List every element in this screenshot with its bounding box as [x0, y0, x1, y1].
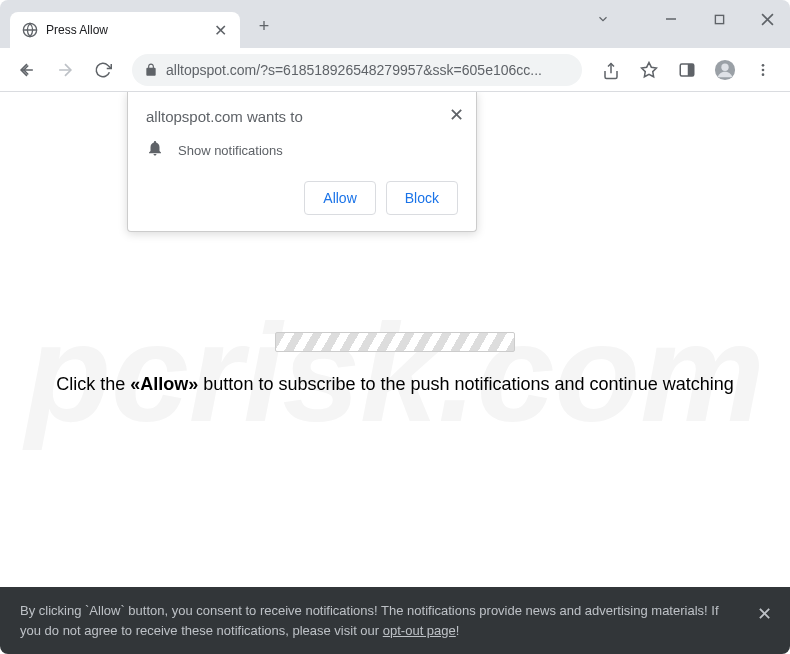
block-button[interactable]: Block [386, 181, 458, 215]
consent-text-b: ! [456, 623, 460, 638]
popup-permission-text: Show notifications [178, 143, 283, 158]
notification-permission-popup: ✕ alltopspot.com wants to Show notificat… [127, 92, 477, 232]
svg-point-16 [762, 64, 765, 67]
url-text: alltopspot.com/?s=618518926548279957&ssk… [166, 62, 570, 78]
close-button[interactable] [752, 4, 782, 34]
svg-rect-3 [715, 15, 723, 23]
consent-close-icon[interactable]: ✕ [757, 601, 772, 628]
popup-title: alltopspot.com wants to [146, 108, 458, 125]
profile-icon[interactable] [708, 53, 742, 87]
svg-point-15 [721, 63, 728, 70]
reload-button[interactable] [86, 53, 120, 87]
svg-marker-10 [642, 62, 657, 76]
text-bold: «Allow» [130, 374, 198, 394]
loading-bar [275, 332, 515, 352]
address-bar[interactable]: alltopspot.com/?s=618518926548279957&ssk… [132, 54, 582, 86]
titlebar: Press Allow ✕ + [0, 0, 790, 48]
popup-close-icon[interactable]: ✕ [449, 104, 464, 126]
globe-icon [22, 22, 38, 38]
minimize-button[interactable] [656, 4, 686, 34]
svg-point-17 [762, 68, 765, 71]
maximize-button[interactable] [704, 4, 734, 34]
back-button[interactable] [10, 53, 44, 87]
allow-button[interactable]: Allow [304, 181, 375, 215]
instruction-text: Click the «Allow» button to subscribe to… [0, 372, 790, 397]
window-controls [588, 0, 782, 38]
page-content: pcrisk.com ✕ alltopspot.com wants to Sho… [0, 92, 790, 654]
tab-title: Press Allow [46, 23, 204, 37]
chevron-down-icon[interactable] [588, 4, 618, 34]
new-tab-button[interactable]: + [250, 12, 278, 40]
consent-bar: ✕ By clicking `Allow` button, you consen… [0, 587, 790, 654]
svg-rect-13 [689, 64, 694, 76]
popup-buttons: Allow Block [146, 181, 458, 215]
side-panel-icon[interactable] [670, 53, 704, 87]
svg-point-18 [762, 73, 765, 76]
toolbar: alltopspot.com/?s=618518926548279957&ssk… [0, 48, 790, 92]
browser-tab[interactable]: Press Allow ✕ [10, 12, 240, 48]
opt-out-link[interactable]: opt-out page [383, 623, 456, 638]
bell-icon [146, 139, 164, 161]
tab-close-icon[interactable]: ✕ [212, 22, 228, 38]
text-post: button to subscribe to the push notifica… [198, 374, 733, 394]
lock-icon [144, 63, 158, 77]
popup-permission-row: Show notifications [146, 139, 458, 161]
bookmark-star-icon[interactable] [632, 53, 666, 87]
share-icon[interactable] [594, 54, 628, 88]
forward-button [48, 53, 82, 87]
text-pre: Click the [56, 374, 130, 394]
consent-text-a: By clicking `Allow` button, you consent … [20, 603, 719, 638]
menu-icon[interactable] [746, 53, 780, 87]
